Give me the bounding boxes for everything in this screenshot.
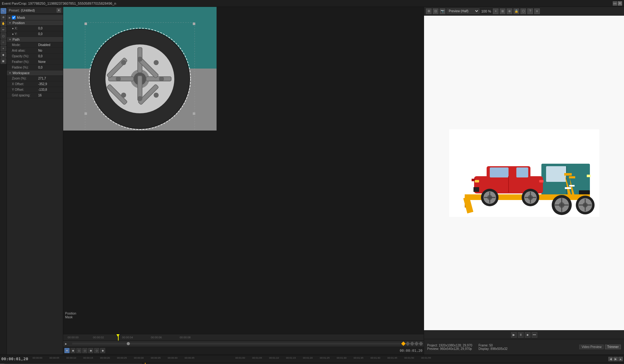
mask-checkbox[interactable]: [12, 16, 16, 19]
wheel-container: [63, 7, 217, 131]
svg-rect-49: [475, 180, 479, 182]
preview-info-line2: Preview: 960x540x128; 29,970p: [427, 347, 472, 351]
grid-icon-btn[interactable]: ⊞: [500, 8, 505, 14]
crop-handle-br[interactable]: [193, 112, 195, 115]
help-icon-btn[interactable]: ?: [527, 8, 533, 14]
svg-point-21: [154, 60, 159, 65]
settings2-icon-btn[interactable]: ≡: [534, 8, 540, 14]
timeline-current-time: 00:00:01,20: [1, 356, 28, 361]
preview-canvas[interactable]: Position Mask: [63, 7, 424, 334]
rm-15: 00:00:15: [83, 356, 93, 359]
trimmer-tab[interactable]: Trimmer: [605, 345, 621, 349]
canvas-position-label: Position: [65, 311, 76, 315]
preview-stop-btn[interactable]: ■: [525, 332, 530, 338]
crop-handle-tr[interactable]: [193, 23, 195, 25]
ws-xoffset-value: -352,9: [38, 82, 47, 86]
timeline-ruler-container[interactable]: 00:00:00 00:00:05 00:00:10 00:00:15 00:0…: [33, 356, 607, 361]
keyframe-row: ►: [63, 341, 424, 346]
preset-dropdown-btn[interactable]: ▼: [57, 8, 61, 13]
svg-rect-10: [109, 77, 134, 81]
kf-btn-1[interactable]: ◆: [70, 348, 75, 353]
svg-rect-41: [569, 185, 575, 187]
lock-icon-btn[interactable]: 🔒: [514, 8, 519, 14]
search-tool-btn[interactable]: ⌖: [1, 46, 6, 51]
svg-rect-40: [569, 176, 575, 178]
workspace-section-header[interactable]: ▼ Workspace: [7, 70, 63, 76]
close-btn[interactable]: ×: [618, 1, 622, 6]
track-content-area[interactable]: 197788250_119882373607851 fx ···: [142, 363, 624, 364]
svg-point-17: [137, 96, 142, 101]
crop-handle-bl[interactable]: [84, 112, 87, 115]
rm-150: 00:01:50: [404, 356, 414, 359]
position-section-header[interactable]: ▼ Position: [7, 20, 63, 26]
tl-expand[interactable]: ▲: [618, 357, 623, 361]
display-icon-btn[interactable]: ⊡: [433, 8, 438, 14]
export-icon-btn[interactable]: ⬡: [520, 8, 526, 14]
extra-tool-btn[interactable]: ▣: [1, 58, 6, 64]
title-bar: Event Pan/Crop: 197788250_11988237360785…: [0, 0, 624, 7]
kf-btn-6[interactable]: ◆: [100, 348, 105, 353]
bottom-timeline-section: 00:00:01,20 00:00:00 00:00:05 00:00:10 0…: [0, 355, 624, 364]
rm-5: 00:00:05: [49, 356, 59, 359]
camera-icon-btn[interactable]: 📷: [440, 8, 445, 14]
crop-handle-tl[interactable]: [84, 23, 87, 25]
snap-icon-btn[interactable]: ⊕: [507, 8, 512, 14]
kf-btn-4[interactable]: ◆: [88, 348, 93, 353]
preview-pause-btn[interactable]: ⏸: [518, 332, 524, 338]
shape-tool-btn[interactable]: ◻: [1, 33, 6, 39]
mask-triangle-icon: ▶: [9, 16, 11, 19]
svg-point-19: [159, 76, 164, 81]
preview-play-btn[interactable]: ▶: [511, 332, 517, 338]
preview-quality-select[interactable]: Preview (Half) Preview (Full) Preview (Q…: [447, 8, 479, 14]
keyframe-diamond-3[interactable]: [410, 341, 414, 346]
keyframe-diamond-main[interactable]: [401, 341, 406, 346]
ws-yoffset-value: -133,8: [38, 88, 47, 91]
center-area: Position Mask 00:00:00 00:00:02 00:00:04…: [63, 7, 424, 355]
rm-110: 00:01:10: [269, 356, 279, 359]
path-feather-value: None: [38, 60, 46, 64]
preview-more-btn[interactable]: •••: [532, 332, 537, 338]
path-mode-row: Mode: Disabled: [7, 42, 63, 48]
ws-grid-row: Grid spacing: 16: [7, 93, 63, 98]
timeline-body: 1 Mask M S Level: 100,0 % 🔒 2 Roata Spat…: [0, 363, 624, 364]
draw-tool-btn[interactable]: ✏: [1, 27, 6, 33]
pan-tool-btn[interactable]: ✋: [1, 21, 6, 26]
rm-45: 00:00:45: [185, 356, 194, 359]
wheel-canvas-svg: [63, 7, 217, 131]
properties-panel: ▶ Mask ▼ Position ● X: 0,0 ● Y: 0,0 ▼ Pa…: [7, 14, 63, 355]
video-preview-tab[interactable]: Video Preview: [579, 345, 604, 349]
pointer-tool-btn[interactable]: ↖: [1, 8, 6, 14]
mask-section-header[interactable]: ▶ Mask: [7, 15, 63, 20]
zoom-tool-btn[interactable]: ⊕: [1, 14, 6, 20]
keyframe-diamond-2[interactable]: [406, 341, 410, 346]
timeline-top-bar: 00:00:01,20 00:00:00 00:00:05 00:00:10 0…: [0, 355, 624, 363]
scrubber-handle[interactable]: [127, 342, 130, 345]
settings-icon-btn[interactable]: ⚙: [426, 8, 432, 14]
zoom-in-icon-btn[interactable]: +: [493, 8, 499, 14]
kf-btn-2[interactable]: ◇: [76, 348, 81, 353]
ws-zoom-value: 271,7: [38, 77, 46, 80]
preview-zoom-value: 100 %: [481, 9, 491, 13]
preset-value: (Untitled): [21, 8, 35, 12]
kf-btn-3[interactable]: ◇: [82, 348, 87, 353]
minimize-btn[interactable]: —: [613, 1, 617, 6]
keyframe-diamond-5[interactable]: [419, 341, 423, 346]
scrubber-bar[interactable]: [72, 343, 401, 345]
svg-rect-44: [490, 167, 509, 177]
rm-25: 00:00:25: [117, 356, 127, 359]
tl-scroll-right[interactable]: ▶: [613, 357, 618, 361]
mini-timeline-ruler[interactable]: 00:00:00 00:00:02 00:00:04 00:00:06 00:0…: [63, 334, 424, 341]
path-mode-label: Mode:: [12, 43, 37, 47]
project-info: Project: 1920x1080x128; 29,970 Preview: …: [427, 344, 472, 351]
svg-rect-11: [146, 77, 171, 81]
rm-20: 00:00:20: [100, 356, 110, 359]
kf-btn-5[interactable]: ◇: [94, 348, 99, 353]
pos-x-value: 0,0: [38, 27, 43, 30]
crop-play-btn[interactable]: ■: [64, 348, 69, 353]
circle-tool-btn[interactable]: ○: [1, 39, 6, 45]
right-preview-panel: ⚙ ⊡ 📷 Preview (Half) Preview (Full) Prev…: [424, 7, 624, 355]
tl-scroll-left[interactable]: ◀: [608, 357, 613, 361]
keyframe-diamond-4[interactable]: [414, 341, 419, 346]
keyframe-tool-btn[interactable]: ◆: [1, 52, 6, 58]
path-section-header[interactable]: ▼ Path: [7, 37, 63, 42]
